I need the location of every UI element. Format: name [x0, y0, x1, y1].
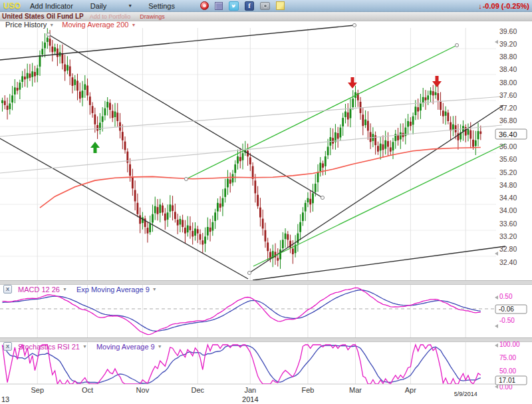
- candle: [427, 95, 429, 99]
- candle: [102, 116, 104, 122]
- exp-ma-dropdown[interactable]: Exp Moving Average 9: [76, 286, 150, 294]
- candle: [61, 53, 63, 63]
- add-to-portfolio-link[interactable]: Add to Portfolio: [90, 13, 131, 20]
- candle: [142, 218, 144, 223]
- candle: [179, 219, 181, 224]
- symbol-label[interactable]: USO: [3, 1, 21, 11]
- candle: [239, 157, 241, 161]
- svg-text:17.01: 17.01: [499, 377, 515, 384]
- candle: [86, 86, 88, 96]
- candle: [237, 156, 239, 164]
- close-macd-button[interactable]: X: [3, 285, 12, 294]
- candle: [232, 174, 234, 182]
- axis-scale-marker[interactable]: [495, 324, 498, 328]
- candle: [197, 229, 199, 233]
- macd-dropdown[interactable]: MACD 12 26: [18, 286, 60, 294]
- price-axis[interactable]: 39.6039.2038.8038.4038.0037.6037.2036.80…: [499, 27, 517, 266]
- snapshot-icon[interactable]: [260, 2, 270, 10]
- candle: [332, 138, 334, 143]
- candle: [44, 43, 46, 48]
- candle: [106, 102, 108, 107]
- candlestick-series[interactable]: [1, 28, 481, 269]
- candle: [217, 203, 219, 212]
- svg-text:33.20: 33.20: [499, 232, 517, 240]
- candle: [467, 129, 469, 134]
- stoch-ma-dropdown[interactable]: Moving Average 9: [96, 343, 155, 351]
- candle: [132, 177, 134, 188]
- svg-text:75.00: 75.00: [499, 354, 516, 361]
- facebook-icon[interactable]: [245, 1, 254, 11]
- candle: [285, 234, 287, 239]
- price-history-dropdown[interactable]: Price History: [5, 21, 47, 29]
- settings-button[interactable]: Settings: [148, 2, 175, 10]
- axis-scale-marker[interactable]: [495, 343, 498, 347]
- svg-text:32.80: 32.80: [499, 245, 517, 253]
- time-axis[interactable]: SepOctNovDecJanFebMarApr1320145/9/2014: [1, 386, 477, 403]
- chevron-down-icon: ▼: [131, 23, 136, 27]
- candle: [352, 99, 354, 107]
- svg-text:36.80: 36.80: [499, 116, 517, 124]
- svg-text:36.00: 36.00: [499, 142, 517, 150]
- alerts-icon[interactable]: [200, 1, 209, 10]
- candle: [14, 87, 16, 95]
- add-indicator-button[interactable]: Add Indicator: [30, 2, 73, 10]
- candle: [112, 111, 114, 118]
- timeframe-value: Daily: [90, 2, 106, 10]
- candle: [350, 108, 352, 118]
- candle: [407, 121, 409, 126]
- candle: [390, 147, 392, 151]
- candle: [27, 73, 29, 79]
- axis-scale-marker[interactable]: [495, 385, 498, 389]
- candle: [204, 236, 206, 244]
- timeframe-dropdown[interactable]: Daily ▼: [90, 2, 132, 10]
- price-change-value: -0.09 (-0.25%): [483, 2, 529, 10]
- candle: [64, 65, 66, 72]
- candle: [432, 91, 434, 95]
- axis-scale-marker[interactable]: [495, 252, 498, 256]
- svg-text:34.40: 34.40: [499, 194, 517, 202]
- axis-scale-marker[interactable]: [495, 296, 498, 300]
- candle: [279, 250, 281, 260]
- trendline-green: [253, 144, 505, 266]
- candle: [209, 228, 211, 232]
- candle: [172, 205, 174, 210]
- svg-text:13: 13: [1, 395, 9, 403]
- candle: [242, 153, 244, 160]
- price-pane-legend: Price History ▼ Moving Average 200 ▼: [0, 21, 144, 29]
- candle: [207, 227, 209, 236]
- stoch-rsi-dropdown[interactable]: Stochastics RSI 21: [18, 343, 80, 351]
- candle: [380, 144, 382, 151]
- svg-text:100.00: 100.00: [499, 341, 520, 348]
- pane-divider[interactable]: [0, 280, 532, 285]
- trendline-gray: [0, 97, 502, 136]
- candle: [114, 112, 116, 117]
- database-icon[interactable]: [215, 2, 223, 10]
- candle: [364, 120, 366, 125]
- candle: [72, 77, 74, 86]
- candle: [307, 198, 309, 202]
- ma200-dropdown[interactable]: Moving Average 200: [62, 21, 128, 29]
- candle: [47, 38, 49, 42]
- close-stoch-button[interactable]: X: [3, 342, 12, 351]
- axis-scale-marker[interactable]: [495, 40, 498, 44]
- down-arrow-icon: ↓: [478, 2, 482, 10]
- svg-text:37.60: 37.60: [499, 91, 517, 99]
- candle: [190, 226, 192, 230]
- drawings-link[interactable]: Drawings: [140, 13, 165, 20]
- candle: [200, 234, 201, 240]
- trendline-gray: [0, 125, 502, 173]
- svg-text:39.20: 39.20: [499, 40, 517, 48]
- pane-divider[interactable]: [0, 337, 532, 342]
- twitter-icon[interactable]: [229, 1, 239, 11]
- candle: [317, 172, 319, 182]
- candle: [410, 122, 412, 126]
- notes-icon[interactable]: [276, 1, 285, 10]
- candle: [82, 91, 84, 98]
- svg-text:Oct: Oct: [82, 386, 93, 394]
- stoch-ma-line: [3, 345, 481, 383]
- candle: [7, 106, 9, 110]
- candle: [4, 101, 6, 104]
- chevron-down-icon: ▼: [152, 287, 157, 292]
- candle: [104, 108, 106, 116]
- candle: [96, 125, 98, 130]
